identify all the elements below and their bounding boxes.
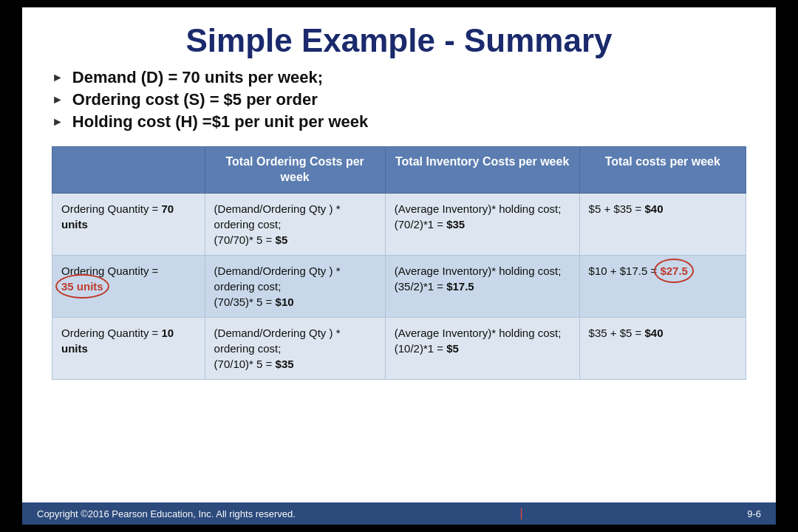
footer: Copyright ©2016 Pearson Education, Inc. … (22, 502, 776, 525)
data-table-container: Total Ordering Costs per week Total Inve… (52, 146, 746, 517)
row3-col1: Ordering Quantity = 10 units (52, 317, 205, 379)
row3-col3: (Average Inventory)* holding cost;(10/2)… (385, 317, 579, 379)
bullet-item-1: ► Demand (D) = 70 units per week; (52, 68, 746, 87)
row1-col1: Ordering Quantity = 70 units (52, 193, 205, 255)
row3-col4: $35 + $5 = $40 (579, 317, 746, 379)
row2-col2: (Demand/Ordering Qty ) * ordering cost;(… (205, 255, 385, 317)
row2-col4: $10 + $17.5 = $27.5 (579, 255, 746, 317)
bullet-arrow-2: ► (52, 93, 64, 106)
bullet-item-3: ► Holding cost (H) =$1 per unit per week (52, 112, 746, 132)
footer-page: 9-6 (747, 508, 761, 519)
col-header-0 (52, 147, 205, 194)
col-header-1: Total Ordering Costs per week (205, 147, 385, 194)
bullet-item-2: ► Ordering cost (S) = $5 per order (52, 90, 746, 109)
slide-title: Simple Example - Summary (52, 22, 746, 59)
row3-col2: (Demand/Ordering Qty ) * ordering cost;(… (205, 317, 385, 379)
row1-col3: (Average Inventory)* holding cost;(70/2)… (385, 193, 579, 255)
footer-copyright: Copyright ©2016 Pearson Education, Inc. … (37, 508, 296, 519)
row1-col2: (Demand/Ordering Qty ) * ordering cost;(… (205, 193, 385, 255)
bullet-arrow-1: ► (52, 71, 64, 84)
table-row: Ordering Quantity = 10 units (Demand/Ord… (52, 317, 746, 379)
table-row: Ordering Quantity = 70 units (Demand/Ord… (52, 193, 746, 255)
row1-col4: $5 + $35 = $40 (579, 193, 746, 255)
row2-col1: Ordering Quantity = 35 units (52, 255, 205, 317)
col-header-3: Total costs per week (579, 147, 746, 194)
bullet-arrow-3: ► (52, 115, 64, 129)
col-header-2: Total Inventory Costs per week (385, 147, 579, 194)
row2-col3: (Average Inventory)* holding cost;(35/2)… (385, 255, 579, 317)
summary-table: Total Ordering Costs per week Total Inve… (52, 146, 746, 380)
table-row: Ordering Quantity = 35 units (Demand/Ord… (52, 255, 746, 317)
bullet-list: ► Demand (D) = 70 units per week; ► Orde… (52, 68, 746, 134)
footer-divider: | (519, 507, 522, 520)
